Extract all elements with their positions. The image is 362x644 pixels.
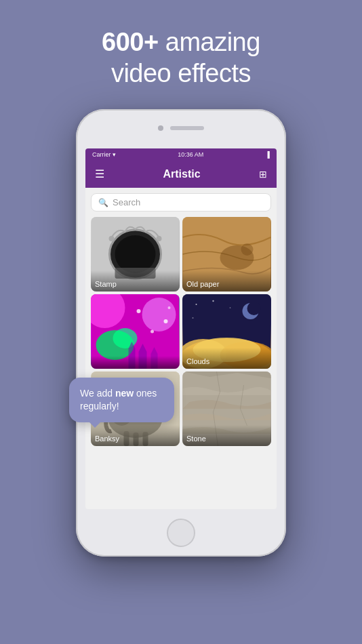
effect-neon-label <box>91 356 180 369</box>
effect-neon[interactable] <box>91 294 180 369</box>
hero-title: 600+ amazingvideo effects <box>102 27 260 89</box>
effect-stone-label: Stone <box>182 425 271 446</box>
svg-point-4 <box>157 236 162 241</box>
svg-point-18 <box>168 306 171 309</box>
phone-screen: Carrier ▾ 10:36 AM ▐ ☰ Artistic ⊞ 🔍 Sear… <box>85 148 277 509</box>
svg-point-25 <box>247 302 261 315</box>
phone-speaker <box>170 126 204 130</box>
hero-section: 600+ amazingvideo effects <box>102 0 260 89</box>
nav-title: Artistic <box>163 168 200 180</box>
svg-point-23 <box>193 317 194 319</box>
search-placeholder: Search <box>113 197 140 207</box>
svg-point-16 <box>150 330 154 334</box>
phone-mockup: Carrier ▾ 10:36 AM ▐ ☰ Artistic ⊞ 🔍 Sear… <box>76 109 286 557</box>
svg-point-3 <box>109 236 115 241</box>
effect-oldpaper[interactable]: Old paper <box>182 217 271 291</box>
effect-stamp[interactable]: Stamp <box>91 217 180 291</box>
svg-point-17 <box>164 319 168 323</box>
carrier-label: Carrier ▾ <box>92 151 116 158</box>
effect-stamp-label: Stamp <box>91 270 180 291</box>
search-bar[interactable]: 🔍 Search <box>91 193 271 212</box>
phone-top-bar <box>140 121 222 135</box>
menu-icon[interactable]: ☰ <box>95 169 104 180</box>
search-icon: 🔍 <box>98 198 108 207</box>
svg-point-9 <box>241 243 254 256</box>
tooltip-text: We add new ones regularly! <box>80 388 157 411</box>
effect-clouds[interactable]: Clouds <box>182 294 271 369</box>
effect-stone[interactable]: Stone <box>182 371 271 446</box>
time-label: 10:36 AM <box>178 151 203 158</box>
tooltip-bubble: We add new ones regularly! <box>69 378 174 422</box>
battery-icon: ▐ <box>266 151 270 158</box>
svg-point-12 <box>142 298 176 331</box>
effect-banksy-label: Banksy <box>91 425 180 446</box>
effect-oldpaper-label: Old paper <box>182 270 271 291</box>
grid-view-icon[interactable]: ⊞ <box>259 169 267 180</box>
svg-point-22 <box>230 307 231 308</box>
svg-point-21 <box>212 300 214 302</box>
phone-camera <box>158 125 163 131</box>
status-bar: Carrier ▾ 10:36 AM ▐ <box>85 148 277 161</box>
effect-clouds-label: Clouds <box>182 348 271 369</box>
svg-point-2 <box>115 235 156 273</box>
nav-bar: ☰ Artistic ⊞ <box>85 161 277 188</box>
svg-point-15 <box>137 309 141 313</box>
phone-home-button[interactable] <box>167 519 195 547</box>
svg-point-20 <box>196 304 197 305</box>
phone-frame: Carrier ▾ 10:36 AM ▐ ☰ Artistic ⊞ 🔍 Sear… <box>76 109 286 557</box>
